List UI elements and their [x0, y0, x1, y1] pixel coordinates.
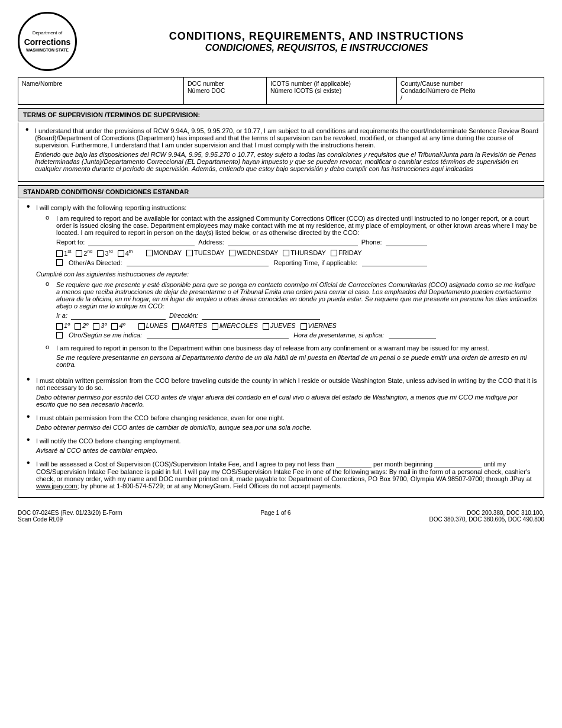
checkbox-thursday-label[interactable]: THURSDAY — [283, 249, 326, 257]
checkbox-1st[interactable] — [56, 250, 63, 257]
icots-cell: ICOTS number (if applicable) Número ICOT… — [267, 78, 397, 104]
direccion-field[interactable] — [202, 312, 320, 320]
checkbox-viernes[interactable] — [301, 323, 307, 330]
document-title-es: CONDICIONES, REQUISITOS, E INSTRUCCIONES — [89, 43, 544, 53]
checkbox-1st-label[interactable]: 1st — [56, 249, 71, 257]
standard-bullet-3-en: I must obtain permission from the CCO be… — [36, 414, 538, 421]
standard-conditions-content: • I will comply with the following repor… — [18, 199, 544, 498]
standard-bullet-4-es: Avisaré al CCO antes de cambiar empleo. — [36, 447, 538, 454]
terms-bullet-1-content: I understand that under the provisions o… — [35, 126, 539, 175]
icots-label-en: ICOTS number (if applicable) — [270, 80, 351, 87]
page-number: Page 1 of 6 — [260, 510, 290, 516]
standard-bullet-2-es: Debo obtener permiso por escrito del CCO… — [36, 394, 538, 408]
phone-field[interactable] — [386, 239, 427, 246]
sub-1-es-text: Se requiere que me presente y esté dispo… — [56, 281, 538, 310]
footer-right-line2: DOC 380.370, DOC 380.605, DOC 490.800 — [429, 516, 544, 523]
checkbox-3o-label[interactable]: 3º — [93, 322, 106, 330]
terms-header-text: TERMS OF SUPERVISION /TERMINOS DE SUPERV… — [23, 111, 200, 118]
checkbox-viernes-label[interactable]: VIERNES — [301, 322, 337, 330]
doc-logo: Department of Corrections WASHINGTON STA… — [18, 12, 77, 71]
footer-right: DOC 200.380, DOC 310.100, DOC 380.370, D… — [429, 510, 544, 523]
standard-bullet-3: • I must obtain permission from the CCO … — [24, 413, 538, 433]
cos-amount-field[interactable] — [336, 460, 372, 468]
checkbox-jueves-label[interactable]: JUEVES — [263, 322, 296, 330]
checkbox-monday-label[interactable]: MONDAY — [146, 249, 182, 257]
checkbox-otro[interactable] — [56, 332, 63, 339]
ir-a-row: Ir a: Dirección: — [56, 312, 538, 320]
name-cell: Name/Nombre — [18, 78, 184, 104]
checkbox-other[interactable] — [56, 259, 63, 266]
checkbox-3o[interactable] — [93, 323, 99, 330]
county-slash: / — [400, 94, 402, 101]
other-directed-row: Other/As Directed: Reporting Time, if ap… — [56, 259, 538, 266]
checkbox-thursday[interactable] — [283, 250, 289, 256]
doc-number-label-en: DOC number — [188, 80, 224, 87]
doc-number-cell: DOC number Número DOC — [184, 78, 267, 104]
sub-1-es-content: Se requiere que me presente y esté dispo… — [56, 280, 538, 341]
hora-field[interactable] — [389, 331, 436, 339]
sub-bullet-1-dot: o — [46, 214, 56, 268]
other-directed-field[interactable] — [127, 259, 269, 266]
footer-center: Page 1 of 6 — [260, 510, 290, 523]
terms-bullet-dot: • — [25, 125, 35, 175]
standard-bullet-2-content: I must obtain written permission from th… — [36, 376, 538, 410]
footer-right-line1: DOC 200.380, DOC 310.100, — [429, 510, 544, 516]
checkbox-2o[interactable] — [75, 323, 81, 330]
sub-2-en-text: I am required to report in person to the… — [56, 344, 538, 352]
page-footer: DOC 07-024ES (Rev. 01/23/20) E-Form Scan… — [18, 510, 544, 523]
checkbox-3rd-label[interactable]: 3rd — [97, 249, 112, 257]
footer-left-line1: DOC 07-024ES (Rev. 01/23/20) E-Form — [18, 510, 122, 516]
reporting-time-label: Reporting Time, if applicable: — [273, 259, 357, 266]
logo-dept-of: Department of — [33, 30, 63, 36]
ir-a-field[interactable] — [71, 312, 166, 320]
logo-state: WASHINGTON STATE — [26, 47, 69, 53]
checkbox-lunes-label[interactable]: LUNES — [138, 322, 168, 330]
standard-bullet-4-content: I will notify the CCO before changing em… — [36, 436, 538, 456]
standard-bullet-3-es: Debo obtener permiso del CCO antes de ca… — [36, 424, 538, 431]
checkbox-friday[interactable] — [331, 250, 337, 256]
checkbox-lunes[interactable] — [138, 323, 145, 330]
report-to-field[interactable] — [88, 239, 195, 246]
otro-label: Otro/Según se me indica: — [69, 331, 142, 339]
otro-field[interactable] — [147, 331, 289, 339]
standard-bullet-3-dot: • — [27, 412, 36, 433]
checkbox-tuesday-label[interactable]: TUESDAY — [186, 249, 224, 257]
checkbox-4th[interactable] — [118, 250, 124, 257]
reporting-time-field[interactable] — [362, 259, 427, 266]
phone-label: Phone: — [361, 239, 382, 246]
standard-section-header: STANDARD CONDITIONS/ CONDICIONES ESTANDA… — [18, 185, 544, 198]
other-directed-label: Other/As Directed: — [69, 259, 122, 266]
county-label-en: County/Cause number — [400, 80, 463, 87]
footer-left: DOC 07-024ES (Rev. 01/23/20) E-Form Scan… — [18, 510, 122, 523]
doc-number-label-es: Número DOC — [188, 87, 225, 94]
cos-begin-field[interactable] — [434, 460, 482, 468]
checkbox-3rd[interactable] — [97, 250, 104, 257]
checkbox-4o-label[interactable]: 4º — [111, 322, 125, 330]
checkbox-4th-label[interactable]: 4th — [118, 249, 133, 257]
standard-bullet-4-dot: • — [27, 435, 36, 456]
standard-bullet-5: • I will be assessed a Cost of Supervisi… — [24, 459, 538, 491]
checkbox-tuesday[interactable] — [186, 250, 193, 256]
checkbox-miercoles-label[interactable]: MIERCOLES — [212, 322, 258, 330]
standard-bullet-1-en: I will comply with the following reporti… — [36, 204, 538, 211]
checkbox-2nd-label[interactable]: 2nd — [76, 249, 92, 257]
checkbox-2nd[interactable] — [76, 250, 82, 257]
checkbox-jueves[interactable] — [263, 323, 269, 330]
document-title-area: CONDITIONS, REQUIREMENTS, AND INSTRUCTIO… — [89, 30, 544, 53]
checkbox-4o[interactable] — [111, 323, 118, 330]
checkbox-wednesday-label[interactable]: WEDNESDAY — [229, 249, 278, 257]
checkbox-martes[interactable] — [172, 323, 179, 330]
address-field[interactable] — [228, 239, 358, 246]
checkbox-monday[interactable] — [146, 250, 153, 256]
report-to-row: Report to: Address: Phone: — [56, 239, 538, 246]
checkbox-wednesday[interactable] — [229, 250, 235, 256]
checkbox-1o-label[interactable]: 1º — [56, 322, 70, 330]
checkbox-2o-label[interactable]: 2º — [75, 322, 88, 330]
address-label: Address: — [198, 239, 224, 246]
checkbox-friday-label[interactable]: FRIDAY — [331, 249, 362, 257]
ir-a-label: Ir a: — [56, 312, 67, 319]
document-title-en: CONDITIONS, REQUIREMENTS, AND INSTRUCTIO… — [89, 30, 544, 43]
checkbox-miercoles[interactable] — [212, 323, 218, 330]
checkbox-martes-label[interactable]: MARTES — [172, 322, 207, 330]
checkbox-1o[interactable] — [56, 323, 63, 330]
